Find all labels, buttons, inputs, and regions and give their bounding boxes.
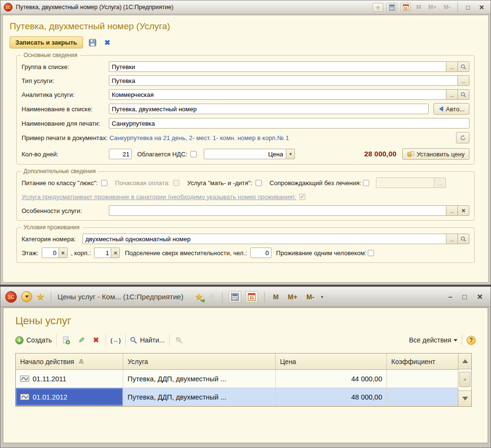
clear-search-icon (175, 337, 183, 344)
delete-button[interactable]: ✖ (91, 335, 101, 345)
scrollbar-track[interactable] (458, 369, 471, 390)
table-row[interactable]: 01.11.2011 Путевка, ДДП, двухместный ...… (16, 370, 458, 388)
minimize-button[interactable]: – (445, 293, 455, 301)
save-and-close-button[interactable]: Записать и закрыть (10, 36, 83, 48)
scroll-up-button[interactable] (458, 354, 471, 369)
column-header-coefficient[interactable]: Коэффициент (387, 354, 458, 369)
room-category-open-button[interactable] (458, 234, 469, 244)
favorites-star-button[interactable]: ★ (373, 3, 383, 12)
edit-button[interactable]: ✎ (76, 335, 86, 345)
escort-checkbox[interactable] (363, 180, 369, 186)
column-header-price[interactable]: Цена (276, 354, 387, 369)
close-window-button[interactable]: ✕ (474, 293, 486, 301)
form-title: Путевка, двухместный номер (Услуга) (10, 21, 481, 32)
cell-start-date[interactable]: 01.01.2012 (16, 388, 123, 406)
sanatorium-link[interactable]: Услуга предусматривает проживание в сана… (22, 193, 296, 200)
memory-m-button[interactable]: M (271, 293, 281, 301)
close-window-button[interactable]: ✕ (476, 4, 487, 11)
prices-window: 1С ★ Цены услуг - Ком... (1С:Предприятие… (0, 286, 491, 448)
record-icon (20, 394, 29, 400)
service-type-input[interactable] (109, 75, 458, 86)
main-info-legend: Основные сведения (21, 52, 80, 59)
building-input[interactable] (94, 248, 111, 258)
maximize-button[interactable]: □ (463, 4, 473, 11)
floor-input[interactable] (42, 248, 59, 258)
analytics-input[interactable] (109, 89, 446, 100)
combo-dropdown-button[interactable]: ▼ (286, 149, 295, 159)
all-actions-button[interactable]: Все действия (409, 336, 457, 344)
find-button[interactable]: Найти... (130, 336, 165, 344)
analytics-choose-button[interactable]: ... (446, 89, 458, 100)
cell-service[interactable]: Путевка, ДДП, двухместный ... (123, 370, 276, 388)
service-type-row: Тип услуги: ... (22, 75, 469, 86)
group-choose-button[interactable]: ... (446, 61, 458, 72)
calendar-button[interactable]: 31 (400, 3, 411, 12)
floor-clear-button[interactable]: ✕ (59, 248, 68, 258)
escort-input (376, 177, 434, 188)
price-value: 44 000,00 (351, 375, 382, 383)
cell-service[interactable]: Путевка, ДДП, двухместный ... (123, 388, 276, 406)
features-label: Особенности услуги: (22, 207, 109, 214)
close-form-button[interactable]: ✖ (102, 37, 113, 48)
days-input[interactable] (109, 149, 132, 159)
scrollbar-thumb[interactable] (459, 372, 470, 387)
group-input[interactable] (109, 61, 446, 72)
memory-mplus-button: M+ (426, 4, 438, 11)
refresh-example-button[interactable] (456, 132, 469, 143)
column-header-start-date[interactable]: Начало действия (16, 354, 123, 369)
set-interval-button[interactable]: (↔) (110, 337, 121, 344)
main-menu-button[interactable] (21, 291, 32, 302)
print-name-input[interactable] (109, 118, 469, 129)
add-favorite-button[interactable]: ★ (195, 292, 203, 302)
favorites-star-icon[interactable]: ★ (36, 292, 45, 301)
service-type-choose-button[interactable]: ... (458, 75, 469, 86)
set-price-button[interactable]: Установить цену (402, 148, 469, 160)
memory-mminus-button[interactable]: M- (304, 293, 316, 301)
memory-mplus-button[interactable]: M+ (285, 293, 300, 301)
cell-start-date[interactable]: 01.11.2011 (16, 370, 123, 388)
list-name-input[interactable] (109, 104, 429, 114)
create-button[interactable]: + Создать (15, 336, 52, 344)
column-header-service[interactable]: Услуга (123, 354, 276, 369)
vat-checkbox[interactable] (190, 151, 197, 157)
room-category-input[interactable] (82, 234, 446, 244)
calculator-button[interactable] (386, 3, 397, 12)
save-button[interactable] (87, 37, 98, 48)
room-category-label: Категория номера: (22, 236, 82, 243)
maximize-button[interactable]: □ (459, 293, 469, 301)
extra-capacity-input[interactable] (250, 248, 271, 258)
features-clear-button[interactable]: ✕ (458, 205, 469, 216)
service-type-field: ... (109, 75, 469, 86)
group-open-button[interactable] (458, 61, 469, 72)
vertical-scrollbar[interactable] (458, 354, 471, 406)
single-occupancy-checkbox[interactable] (368, 250, 374, 256)
grip-icon (464, 378, 466, 381)
lux-checkbox[interactable] (101, 180, 107, 186)
group-label: Группа в списке: (22, 63, 109, 71)
calendar-button[interactable]: 31 (246, 291, 258, 303)
mother-child-checkbox[interactable] (256, 180, 262, 186)
toolbar-overflow-icon[interactable]: ▾ (321, 295, 323, 299)
calendar-icon: 31 (248, 293, 256, 301)
calculator-button[interactable] (229, 291, 241, 303)
cell-price[interactable]: 48 000,00 (276, 388, 387, 406)
building-clear-button[interactable]: ✕ (111, 248, 120, 258)
copy-button[interactable] (61, 335, 71, 345)
analytics-open-button[interactable] (458, 89, 469, 100)
help-button[interactable]: ? (467, 336, 476, 345)
mother-child-label: Услуга "мать- и -дитя": (187, 179, 252, 187)
additional-info-legend: Дополнительные сведения (21, 168, 98, 175)
cell-coefficient[interactable] (387, 370, 458, 388)
print-example-value: Санкурпутевка на 21 день, 2- мест. 1- ко… (109, 134, 289, 141)
cell-coefficient[interactable] (387, 388, 458, 406)
save-icon (89, 39, 96, 47)
cell-price[interactable]: 44 000,00 (276, 370, 387, 388)
scroll-down-button[interactable] (458, 390, 471, 406)
price-kind-combo[interactable]: Цена ▼ (204, 149, 295, 159)
features-choose-button[interactable]: ... (446, 205, 458, 216)
table-row-selected[interactable]: 01.01.2012 Путевка, ДДП, двухместный ...… (16, 388, 458, 406)
auto-name-button[interactable]: Авто... (433, 103, 469, 115)
calculator-icon (389, 4, 395, 11)
features-input[interactable] (109, 205, 446, 216)
room-category-choose-button[interactable]: ... (446, 234, 458, 244)
